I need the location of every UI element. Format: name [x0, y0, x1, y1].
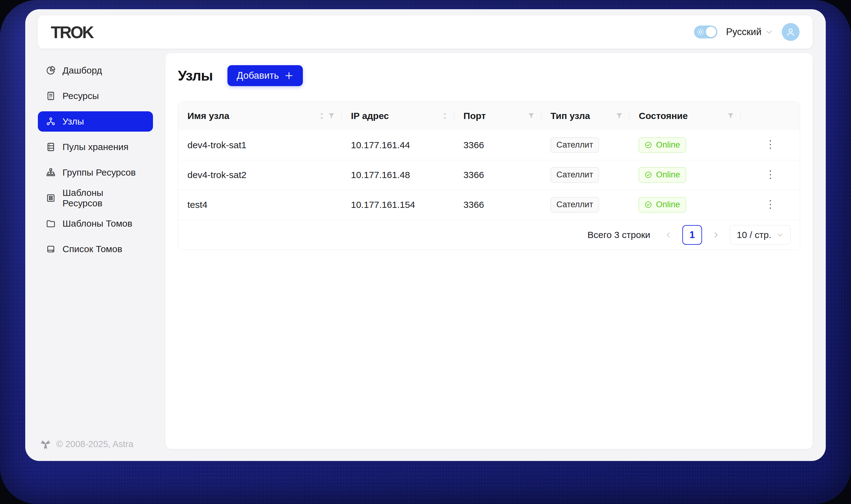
cell-node-ip: 10.177.161.44	[342, 140, 454, 150]
column-header-name: Имя узла	[178, 102, 342, 130]
column-label: Имя узла	[188, 111, 229, 121]
sidebar-item-label: Шаблоны Ресурсов	[63, 187, 145, 209]
sidebar-item-label: Список Томов	[63, 244, 122, 254]
node-type-tag: Сателлит	[551, 197, 599, 212]
sidebar-item-storage-pools[interactable]: Пулы хранения	[38, 137, 153, 157]
cell-node-type: Сателлит	[541, 138, 630, 152]
filter-icon[interactable]	[328, 112, 335, 119]
page-header: Узлы Добавить	[178, 65, 800, 86]
cell-node-port: 3366	[454, 170, 541, 180]
column-label: IP адрес	[351, 111, 389, 121]
hdd-icon	[46, 91, 56, 101]
chevron-right-icon	[712, 231, 720, 239]
table-row: dev4-trok-sat1 10.177.161.44 3366 Сателл…	[178, 130, 800, 160]
pagination-next-button[interactable]	[709, 229, 722, 241]
language-label: Русский	[726, 26, 761, 37]
column-header-ip: IP адрес	[342, 102, 454, 130]
nodes-icon	[46, 116, 56, 126]
check-circle-icon	[644, 141, 652, 149]
status-badge: Online	[639, 138, 686, 152]
column-header-actions	[741, 102, 800, 130]
user-avatar[interactable]	[782, 23, 800, 41]
check-circle-icon	[644, 201, 652, 209]
row-menu-button[interactable]	[763, 196, 778, 214]
row-menu-button[interactable]	[763, 166, 778, 184]
cluster-icon	[46, 167, 56, 177]
cell-node-state: Online	[629, 138, 741, 152]
filter-icon[interactable]	[616, 112, 623, 119]
language-selector[interactable]: Русский	[726, 26, 773, 37]
user-icon	[785, 27, 796, 37]
cell-node-type: Сателлит	[541, 167, 630, 182]
column-label: Состояние	[639, 111, 688, 121]
pagination-page-1[interactable]: 1	[682, 225, 702, 245]
cell-node-name: test4	[178, 200, 342, 210]
status-label: Online	[656, 170, 680, 180]
sidebar-item-resources[interactable]: Ресурсы	[38, 86, 153, 106]
column-controls	[442, 112, 448, 120]
add-node-button-label: Добавить	[237, 70, 279, 81]
drive-icon	[46, 244, 56, 254]
sidebar-item-volume-templates[interactable]: Шаблоны Томов	[38, 213, 153, 234]
cell-node-type: Сателлит	[541, 197, 630, 212]
sorter-icon[interactable]	[319, 112, 325, 120]
column-header-port: Порт	[454, 102, 541, 130]
cell-node-state: Online	[629, 197, 741, 212]
sidebar-item-dashboard[interactable]: Дашборд	[38, 60, 153, 80]
table-row: dev4-trok-sat2 10.177.161.48 3366 Сателл…	[178, 160, 800, 190]
filter-icon[interactable]	[528, 112, 535, 119]
sidebar-item-label: Группы Ресурсов	[63, 167, 136, 178]
sun-icon	[696, 28, 705, 36]
header-controls: Русский	[694, 23, 800, 41]
nodes-table: Имя узла IP адрес Порт	[178, 102, 800, 250]
ellipsis-vertical-icon	[769, 169, 772, 180]
check-circle-icon	[644, 171, 652, 179]
sidebar-item-label: Узлы	[63, 116, 84, 127]
pagination-total: Всего 3 строки	[588, 230, 650, 240]
sorter-icon[interactable]	[442, 112, 448, 120]
column-controls	[727, 112, 734, 119]
main-content: Узлы Добавить Имя узла	[166, 53, 813, 449]
toggle-knob	[706, 27, 716, 37]
page-title: Узлы	[178, 67, 213, 84]
status-badge: Online	[639, 197, 686, 212]
node-type-tag: Сателлит	[551, 167, 599, 182]
copyright-footer: © 2008-2025, Astra	[39, 437, 133, 450]
astra-logo-icon	[39, 437, 52, 450]
chevron-left-icon	[664, 231, 673, 239]
cell-node-port: 3366	[454, 200, 541, 210]
cell-node-name: dev4-trok-sat2	[178, 170, 342, 180]
pagination-prev-button[interactable]	[662, 229, 675, 241]
ellipsis-vertical-icon	[769, 139, 772, 150]
node-type-tag: Сателлит	[551, 138, 599, 152]
sidebar-item-label: Ресурсы	[63, 91, 99, 101]
chevron-down-icon	[765, 28, 773, 36]
status-label: Online	[656, 200, 680, 210]
table-row: test4 10.177.161.154 3366 Сателлит Onlin…	[178, 190, 800, 219]
sidebar-item-resource-templates[interactable]: Шаблоны Ресурсов	[38, 188, 153, 208]
database-icon	[46, 142, 56, 152]
app-logo: TROK	[51, 22, 93, 42]
page-size-select[interactable]: 10 / стр.	[730, 225, 791, 245]
status-label: Online	[656, 140, 680, 150]
sidebar-nav: Дашборд Ресурсы Узлы	[38, 60, 153, 265]
folder-icon	[46, 219, 56, 229]
theme-toggle[interactable]	[694, 25, 717, 38]
table-header-row: Имя узла IP адрес Порт	[178, 102, 800, 130]
sidebar-item-nodes[interactable]: Узлы	[38, 111, 153, 132]
cell-actions	[741, 196, 800, 214]
row-menu-button[interactable]	[763, 136, 778, 154]
sidebar-item-label: Дашборд	[63, 65, 102, 76]
cell-node-name: dev4-trok-sat1	[178, 140, 342, 150]
sidebar-item-volume-list[interactable]: Список Томов	[38, 239, 153, 259]
sidebar-item-resource-groups[interactable]: Группы Ресурсов	[38, 162, 153, 183]
top-header: TROK Русский	[38, 15, 813, 49]
cell-actions	[741, 166, 800, 184]
add-node-button[interactable]: Добавить	[227, 65, 303, 86]
ellipsis-vertical-icon	[769, 199, 772, 210]
column-label: Порт	[464, 111, 486, 121]
status-badge: Online	[639, 167, 686, 182]
column-header-state: Состояние	[629, 102, 741, 130]
filter-icon[interactable]	[727, 112, 734, 119]
template-icon	[46, 193, 56, 203]
